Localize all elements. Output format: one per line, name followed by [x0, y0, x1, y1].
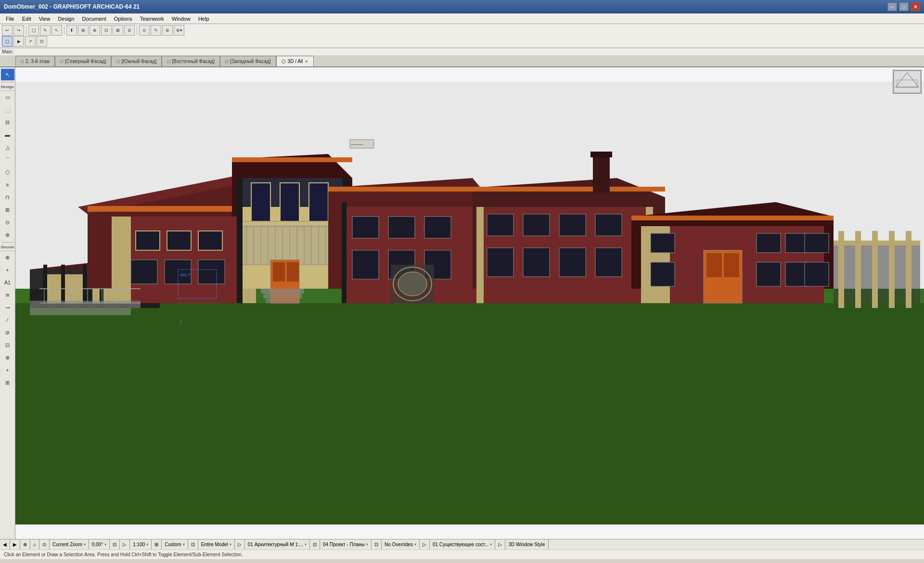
maximize-button[interactable]: □ [899, 2, 909, 11]
status-window-style[interactable]: 3D Window Style [505, 539, 548, 550]
svg-rect-78 [595, 248, 622, 277]
menu-edit[interactable]: Edit [18, 15, 35, 23]
left-tool-slab[interactable]: ▬ [1, 129, 14, 141]
status-exist-label[interactable]: 01 Существующее сост... ▾ [430, 539, 495, 550]
tb-snap4[interactable]: ⊛▾ [174, 25, 184, 36]
svg-rect-90 [757, 233, 781, 253]
tab-3d-close[interactable]: ✕ [305, 59, 308, 64]
status-zoom-extra[interactable]: ▷ [120, 539, 130, 550]
close-button[interactable]: ✕ [911, 2, 920, 11]
menu-design[interactable]: Design [54, 15, 78, 23]
svg-rect-117 [593, 154, 610, 192]
status-zoom-fit[interactable]: ⊡ [110, 539, 120, 550]
left-tool-column[interactable]: ⬜ [1, 104, 14, 115]
left-tool-door[interactable]: ⊓ [1, 192, 14, 203]
tb-view2[interactable]: ▶ [13, 36, 24, 47]
left-tool-object[interactable]: ⊙ [1, 217, 14, 228]
left-tool-roof[interactable]: △ [1, 141, 14, 153]
tab-3d[interactable]: ⬡ 3D / All ✕ [276, 56, 314, 66]
tb-rotate[interactable]: ⊕ [90, 25, 100, 36]
status-zoom-angle[interactable]: 0,00° ▾ [89, 539, 110, 550]
tb-offset[interactable]: ⊘ [124, 25, 135, 36]
main-label-row: Main: [0, 48, 924, 56]
mini-navigator [893, 70, 922, 94]
menu-teamwork[interactable]: Teamwork [136, 15, 168, 23]
svg-rect-82 [631, 216, 834, 220]
left-tool-select[interactable]: ↖ [1, 69, 14, 80]
left-tool-shell[interactable]: ⌒ [1, 154, 14, 166]
tb-cursor[interactable]: ↖ [51, 25, 62, 36]
tb-draw[interactable]: ✎ [40, 25, 51, 36]
left-tool-zone[interactable]: ≋ [1, 289, 14, 301]
status-extra1[interactable]: ⊕ [20, 539, 30, 550]
menu-options[interactable]: Options [110, 15, 136, 23]
tb-move[interactable]: ⊞ [78, 25, 89, 36]
status-arch-icon[interactable]: ⊡ [310, 539, 320, 550]
left-tool-wall[interactable]: ▭ [1, 91, 14, 103]
tab-north[interactable]: □ [Северный Фасад] [55, 56, 111, 66]
status-extra2[interactable]: ⌂ [30, 539, 39, 550]
left-tool-section[interactable]: + [1, 364, 14, 376]
status-current-zoom-label[interactable]: Current Zoom ▾ [50, 539, 89, 550]
status-custom[interactable]: Custom ▾ [162, 539, 188, 550]
tb-undo[interactable]: ↩ [2, 25, 13, 36]
tb-arrow[interactable]: ⬆ [66, 25, 77, 36]
left-tool-arc[interactable]: ∕ [1, 314, 14, 326]
tab-floor[interactable]: □ 2. 3-й этаж [15, 56, 55, 66]
left-tool-line[interactable]: ⊸ [1, 302, 14, 313]
status-model-icon[interactable]: ▷ [235, 539, 245, 550]
status-entire-model[interactable]: Entire Model ▾ [198, 539, 235, 550]
status-override-label[interactable]: No Overrides ▾ [382, 539, 420, 550]
tb-view4[interactable]: ⊡ [37, 36, 47, 47]
tab-west[interactable]: □ [Западный Фасад] [220, 56, 276, 66]
status-project-icon[interactable]: ⊡ [372, 539, 382, 550]
left-tool-lamp[interactable]: ⊛ [1, 229, 14, 241]
left-tool-stair[interactable]: ≡ [1, 179, 14, 191]
tab-south[interactable]: □ [Южный Фасад] [111, 56, 162, 66]
content-area: ↖ Design ▭ ⬜ ⊟ ▬ △ ⌒ ⬡ ≡ ⊓ ⊞ ⊙ ⊛ Docum ⊕… [0, 67, 924, 539]
svg-rect-55 [328, 187, 497, 192]
status-nav-forward[interactable]: ▶ [10, 539, 20, 550]
menu-view[interactable]: View [35, 15, 54, 23]
left-tool-dim[interactable]: ⊕ [1, 252, 14, 263]
tb-redo[interactable]: ↪ [13, 25, 24, 36]
svg-rect-22 [167, 231, 191, 250]
status-extra3[interactable]: ⊙ [39, 539, 50, 550]
status-exist-icon[interactable]: ▷ [495, 539, 505, 550]
left-section-design: Design [0, 83, 15, 91]
status-override-icon[interactable]: ▷ [420, 539, 430, 550]
tb-snap3[interactable]: ⊚ [162, 25, 173, 36]
tb-view3[interactable]: ↗ [25, 36, 36, 47]
menu-file[interactable]: File [2, 15, 18, 23]
minimize-button[interactable]: ─ [887, 2, 897, 11]
status-custom-icon[interactable]: ⊡ [188, 539, 198, 550]
left-tool-beam[interactable]: ⊟ [1, 116, 14, 128]
left-tool-spline[interactable]: ⊘ [1, 327, 14, 338]
status-scale-icon[interactable]: ⊞ [152, 539, 162, 550]
status-project-label[interactable]: 04 Проект - Планы ▾ [320, 539, 372, 550]
menu-help[interactable]: Help [194, 15, 213, 23]
arch-arrow: ▾ [305, 542, 307, 547]
menu-window[interactable]: Window [168, 15, 194, 23]
tb-snap2[interactable]: ✎ [151, 25, 161, 36]
left-tool-fill[interactable]: ⊡ [1, 339, 14, 351]
tb-mirror[interactable]: ⊡ [101, 25, 112, 36]
status-scale[interactable]: 1:100 ▾ [130, 539, 152, 550]
menu-document[interactable]: Document [78, 15, 110, 23]
left-tool-elev[interactable]: ⊞ [1, 377, 14, 388]
tab-east[interactable]: □ [Восточный Фасад] [162, 56, 220, 66]
left-tool-morph[interactable]: ⬡ [1, 166, 14, 178]
tb-stretch[interactable]: ⊠ [113, 25, 123, 36]
left-tool-text[interactable]: + [1, 264, 14, 276]
left-tool-label[interactable]: A1 [1, 277, 14, 288]
status-nav-back[interactable]: ◀ [0, 539, 10, 550]
tb-snap1[interactable]: ⊙ [139, 25, 150, 36]
tb-select[interactable]: ▢ [28, 25, 39, 36]
left-tool-figure[interactable]: ⊗ [1, 352, 14, 363]
left-tool-window[interactable]: ⊞ [1, 204, 14, 216]
project-arrow: ▾ [366, 542, 368, 547]
tb-view1[interactable]: ▢ [2, 36, 13, 47]
viewport[interactable]: 360,7° y ──── [15, 67, 924, 539]
status-arch-label[interactable]: 01 Архитектурный М 1:... ▾ [245, 539, 310, 550]
svg-rect-103 [906, 231, 911, 308]
